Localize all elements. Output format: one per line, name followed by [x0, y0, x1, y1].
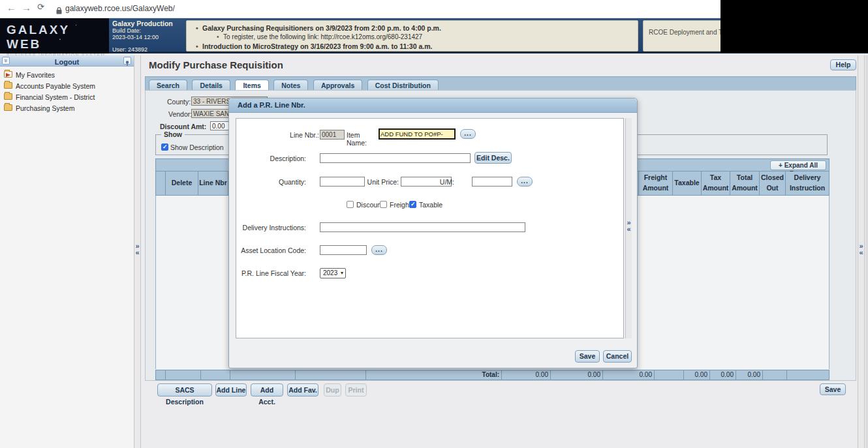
total-value: 0.00: [502, 370, 551, 380]
browser-reload-icon[interactable]: ⟳: [37, 2, 44, 12]
bullet-icon: •: [196, 42, 202, 51]
line-nbr-label: Line Nbr.:: [241, 131, 319, 139]
total-value: 0.00: [736, 370, 763, 380]
scrollbar[interactable]: [865, 55, 868, 448]
quantity-label: Quantity:: [228, 178, 306, 186]
help-button[interactable]: Help: [830, 59, 856, 70]
pin-icon[interactable]: [123, 57, 131, 65]
redacted-area: [721, 0, 868, 53]
item-name-label: Item Name:: [347, 131, 379, 147]
column-header-total-amount: Total Amount: [730, 172, 760, 195]
folder-icon: [4, 104, 12, 111]
logout-link[interactable]: Logout: [55, 58, 79, 66]
column-header-blank: [156, 172, 166, 195]
vendor-label: Vendor:: [168, 110, 192, 118]
sidebar-item-financial-system[interactable]: Financial System - District: [4, 93, 134, 102]
line-nbr-field: [320, 130, 345, 140]
unit-price-label: Unit Price:: [333, 178, 399, 186]
announcement-line: •Introduction to MicroStrategy on 3/16/2…: [196, 42, 638, 51]
column-header-line-nbr: Line Nbr: [198, 172, 228, 195]
add-fav-button[interactable]: Add Fav.: [287, 383, 318, 396]
app-name: GALAXY WEB: [7, 23, 109, 52]
description-label: Description:: [228, 155, 306, 162]
column-header-delete: Delete: [166, 172, 198, 195]
sacs-description-button[interactable]: SACS Description: [157, 383, 212, 396]
announcements-box: •Galaxy Purchasing Requisitioners on 3/9…: [186, 20, 638, 52]
discount-checkbox-label: Discount: [356, 201, 383, 209]
dialog-save-button[interactable]: Save: [575, 350, 600, 363]
delivery-instructions-label: Delivery Instructions:: [228, 224, 306, 231]
um-lookup-button[interactable]: ...: [517, 177, 533, 187]
build-date-label: Build Date:: [112, 27, 184, 34]
galaxy-web-logo: GALAXY WEB BUSINESS INFORMATION SYSTEM: [0, 18, 109, 53]
dup-button: Dup: [324, 383, 341, 396]
total-value: 0.00: [684, 370, 710, 380]
sidebar-splitter[interactable]: »«: [134, 55, 141, 448]
fiscal-year-select[interactable]: 2023 ▾: [320, 268, 346, 278]
delivery-instructions-field[interactable]: [320, 222, 525, 232]
item-name-field[interactable]: [379, 128, 456, 140]
build-date-value: 2023-03-14 12:00: [112, 34, 184, 40]
total-value: 0.00: [603, 370, 655, 380]
bullet-icon: •: [196, 23, 202, 33]
sidebar: » Logout My Favorites Accounts Payable S…: [0, 55, 134, 448]
asset-location-code-label: Asset Location Code:: [228, 246, 306, 254]
bullet-icon: •: [217, 33, 223, 42]
total-value: 0.00: [710, 370, 736, 380]
total-value: 0.00: [551, 370, 603, 380]
right-splitter[interactable]: »«: [858, 55, 865, 448]
description-field[interactable]: [320, 153, 471, 163]
discount-amt-label: Discount Amt:: [160, 123, 206, 130]
freight-checkbox[interactable]: [380, 201, 387, 208]
freight-checkbox-label: Freight: [390, 201, 411, 209]
announcement-line: •Galaxy Purchasing Requisitioners on 3/9…: [196, 23, 638, 33]
show-description-label: Show Description: [170, 143, 224, 151]
browser-forward-icon[interactable]: →: [22, 2, 31, 13]
county-label: County:: [167, 98, 191, 106]
edit-desc-button[interactable]: Edit Desc.: [474, 152, 512, 164]
um-field[interactable]: [472, 177, 512, 187]
sidebar-item-purchasing-system[interactable]: Purchasing System: [4, 104, 134, 113]
dialog-cancel-button[interactable]: Cancel: [603, 350, 632, 363]
column-header-tax-amount: Tax Amount: [702, 172, 730, 195]
folder-icon: [4, 93, 12, 100]
item-name-lookup-button[interactable]: ...: [460, 129, 476, 139]
sidebar-header: » Logout: [0, 55, 134, 67]
total-label: Total:: [366, 370, 502, 380]
user-id: User: 243892: [112, 46, 184, 53]
lock-icon: [56, 5, 62, 17]
discount-checkbox[interactable]: [347, 201, 354, 208]
add-acct-button[interactable]: Add Acct.: [251, 383, 283, 396]
browser-back-icon[interactable]: ←: [7, 2, 16, 13]
column-header-freight-amount: Freight Amount: [639, 172, 673, 195]
announcement-line: •To register, use the following link: ht…: [196, 33, 638, 42]
address-bar[interactable]: galaxyweb.rcoe.us/GalaxyWeb/: [65, 4, 175, 13]
expand-all-rows-button[interactable]: + Expand All Rows: [770, 160, 826, 170]
collapse-left-icon[interactable]: «: [134, 249, 140, 256]
show-description-checkbox[interactable]: [161, 143, 168, 151]
save-page-button[interactable]: Save: [820, 383, 846, 395]
show-group-label: Show: [161, 130, 185, 138]
dialog-titlebar[interactable]: Add a P.R. Line Nbr.: [229, 98, 637, 113]
page-title: Modify Purchase Requisition: [149, 59, 283, 70]
dialog-splitter[interactable]: »«: [625, 118, 632, 338]
column-header-taxable: Taxable: [673, 172, 702, 195]
column-header-closed-out: Closed Out: [760, 172, 786, 195]
add-line-button[interactable]: Add Line: [215, 383, 247, 396]
asset-location-code-field[interactable]: [320, 245, 367, 255]
add-pr-line-dialog: Add a P.R. Line Nbr. »« Line Nbr.: Item …: [228, 98, 638, 368]
sidebar-item-my-favorites[interactable]: My Favorites: [4, 70, 134, 80]
environment-name: Galaxy Production: [112, 20, 184, 27]
taxable-checkbox[interactable]: [409, 201, 416, 208]
um-label: U/M:: [425, 178, 454, 186]
sidebar-item-accounts-payable[interactable]: Accounts Payable System: [4, 82, 134, 91]
column-header-delivery-instruction: Delivery Instruction: [786, 172, 829, 195]
folder-icon: [4, 82, 12, 89]
favorites-folder-icon: [4, 71, 12, 78]
collapse-left-icon[interactable]: «: [858, 249, 864, 256]
taxable-checkbox-label: Taxable: [419, 201, 442, 209]
tab-strip: Search Details Items Notes Approvals Cos…: [145, 76, 856, 90]
collapse-left-icon[interactable]: «: [626, 226, 632, 232]
collapse-icon[interactable]: »: [2, 57, 10, 65]
asset-location-lookup-button[interactable]: ...: [371, 245, 387, 255]
